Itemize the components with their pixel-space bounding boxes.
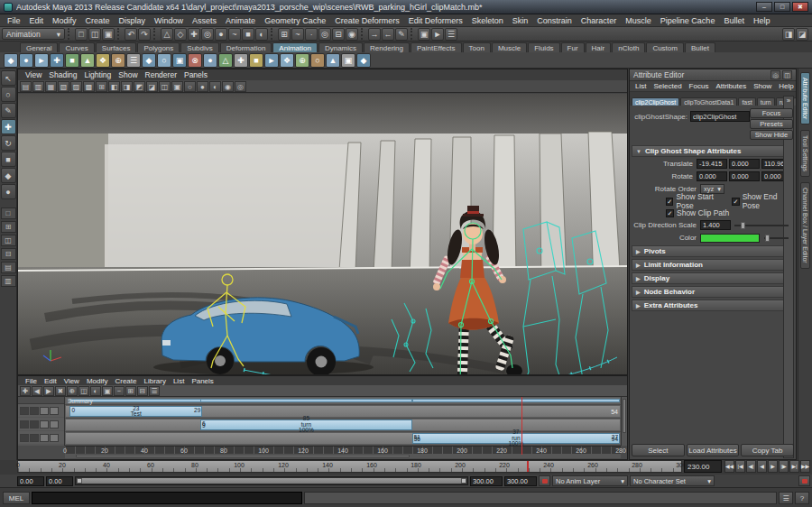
collapsed-attribute-section[interactable]: ▶ Display: [632, 272, 794, 284]
status-icon[interactable]: ←: [382, 28, 394, 41]
shelf-tool-icon[interactable]: ◆: [142, 53, 156, 68]
track-state-toggle[interactable]: [20, 407, 29, 415]
layout-shortcut-button[interactable]: ▤: [1, 262, 16, 273]
status-icon[interactable]: □: [75, 28, 88, 41]
menu-item[interactable]: Create Deformers: [330, 16, 404, 25]
shelf-tool-icon[interactable]: ►: [264, 53, 279, 68]
trax-menu-item[interactable]: Panels: [188, 377, 217, 385]
status-icon[interactable]: ◎: [201, 28, 214, 41]
track-state-toggle[interactable]: [30, 434, 39, 442]
shelf-tool-icon[interactable]: ✚: [50, 53, 64, 68]
toolbox-tool-icon[interactable]: ◆: [1, 168, 16, 183]
translate-y-field[interactable]: [729, 159, 760, 169]
trax-toolbar-icon[interactable]: ✖: [55, 386, 66, 396]
status-icon[interactable]: ✎: [395, 28, 408, 41]
shelf-tool-icon[interactable]: ⊕: [295, 53, 309, 68]
track-state-toggle[interactable]: [40, 420, 49, 429]
shelf-tab[interactable]: Subdivs: [180, 42, 218, 52]
trax-menu-item[interactable]: Modify: [83, 377, 112, 385]
trax-menu-item[interactable]: View: [60, 377, 83, 385]
layout-shortcut-button[interactable]: ▥: [1, 275, 16, 287]
viewport-menu-item[interactable]: View: [22, 70, 45, 79]
toolbox-tool-icon[interactable]: ○: [1, 87, 16, 102]
trax-toolbar-icon[interactable]: ~: [114, 386, 125, 396]
shelf-tool-icon[interactable]: ☰: [126, 53, 141, 68]
trax-toolbar-icon[interactable]: ▣: [102, 386, 113, 396]
viewport-canvas[interactable]: [18, 94, 627, 374]
attribute-editor-menu-item[interactable]: Help: [776, 82, 796, 90]
menu-item[interactable]: Muscle: [621, 16, 656, 25]
track-state-toggle[interactable]: [50, 434, 59, 442]
viewport-icon[interactable]: ◧: [108, 81, 120, 92]
viewport-icon[interactable]: ▧: [58, 81, 69, 92]
copy-tab-button[interactable]: Copy Tab: [741, 444, 794, 456]
status-icon[interactable]: ~: [291, 28, 304, 41]
viewport-icon[interactable]: ⊞: [96, 81, 107, 92]
translate-x-field[interactable]: [697, 159, 727, 169]
close-button[interactable]: ✖: [792, 2, 808, 12]
pin-panel-icon[interactable]: ◎: [770, 70, 780, 79]
track-state-toggle[interactable]: [30, 420, 39, 429]
sidebar-vertical-tab[interactable]: Attribute Editor: [800, 72, 810, 124]
shelf-tool-icon[interactable]: ■: [249, 53, 263, 68]
trax-toolbar-icon[interactable]: ⊟: [137, 386, 148, 396]
attribute-editor-menu-item[interactable]: Selected: [651, 82, 684, 90]
load-attributes-button[interactable]: Load Attributes: [687, 444, 740, 456]
sidebar-vertical-tab[interactable]: Channel Box / Layer Editor: [800, 182, 810, 269]
layout-shortcut-button[interactable]: ⊟: [1, 248, 16, 260]
attribute-editor-menu-item[interactable]: Show: [751, 82, 774, 90]
shelf-tab[interactable]: nCloth: [612, 42, 645, 52]
attribute-editor-tab[interactable]: clip2ClipGhost: [632, 97, 679, 106]
shelf-tool-icon[interactable]: ⊕: [111, 53, 125, 68]
trax-clip[interactable]: 02923Test: [69, 406, 202, 417]
current-time-marker[interactable]: [527, 461, 529, 472]
status-icon[interactable]: ▣: [418, 28, 430, 41]
menu-item[interactable]: Skeleton: [467, 16, 508, 25]
playback-button[interactable]: |◀: [735, 460, 745, 473]
toolbox-tool-icon[interactable]: ●: [1, 184, 16, 199]
viewport-icon[interactable]: ▤: [20, 81, 32, 92]
viewport-menu-item[interactable]: Show: [115, 70, 141, 79]
menu-item[interactable]: Help: [749, 16, 775, 25]
shelf-tab[interactable]: Polygons: [137, 42, 180, 52]
trax-toolbar-icon[interactable]: ◐: [90, 386, 101, 396]
shelf-tab[interactable]: Fur: [561, 42, 585, 52]
status-icon[interactable]: →: [368, 28, 381, 41]
toolbox-tool-icon[interactable]: ✎: [1, 103, 16, 118]
shelf-tab[interactable]: Fluids: [528, 42, 559, 52]
status-icon[interactable]: △: [161, 28, 173, 41]
toolbar-separator[interactable]: [117, 28, 122, 40]
status-icon[interactable]: ∙: [305, 28, 318, 41]
trax-toolbar-icon[interactable]: ◫: [78, 386, 89, 396]
menu-item[interactable]: Assets: [188, 16, 221, 25]
status-icon[interactable]: ◉: [346, 28, 358, 41]
attribute-editor-tab[interactable]: turn: [757, 97, 775, 106]
shelf-tool-icon[interactable]: ▣: [341, 53, 355, 68]
status-icon[interactable]: ◫: [88, 28, 101, 41]
color-slider[interactable]: [764, 237, 789, 239]
viewport-icon[interactable]: ○: [184, 81, 196, 92]
status-icon[interactable]: ◇: [174, 28, 187, 41]
shelf-tab[interactable]: Deformation: [220, 42, 272, 52]
trax-vertical-scrollbar[interactable]: [621, 397, 627, 446]
shelf-tab[interactable]: General: [20, 42, 58, 52]
shelf-tool-icon[interactable]: ▣: [172, 53, 187, 68]
trax-track[interactable]: 02923Test54: [65, 405, 621, 418]
shelf-tool-icon[interactable]: ■: [65, 53, 79, 68]
toolbox-tool-icon[interactable]: ↻: [1, 135, 16, 151]
menu-set-selector[interactable]: Animation ▾: [2, 28, 65, 40]
layout-shortcut-button[interactable]: □: [1, 207, 16, 219]
trax-toolbar-icon[interactable]: ⊞: [125, 386, 136, 396]
shelf-tab[interactable]: Rendering: [364, 42, 410, 52]
trax-toolbar-icon[interactable]: ◀: [32, 386, 42, 396]
status-icon[interactable]: ☰: [445, 28, 457, 41]
attribute-editor-menu-item[interactable]: Focus: [687, 82, 712, 90]
animation-start-field[interactable]: [17, 476, 44, 486]
mel-command-input[interactable]: [32, 492, 302, 504]
menu-item[interactable]: Constrain: [532, 16, 577, 25]
shelf-tab[interactable]: Toon: [463, 42, 491, 52]
trax-track-header[interactable]: [18, 418, 64, 430]
menu-item[interactable]: Edit Deformers: [404, 16, 467, 25]
viewport-icon[interactable]: ◪: [146, 81, 158, 92]
presets-button[interactable]: Presets: [750, 119, 793, 129]
